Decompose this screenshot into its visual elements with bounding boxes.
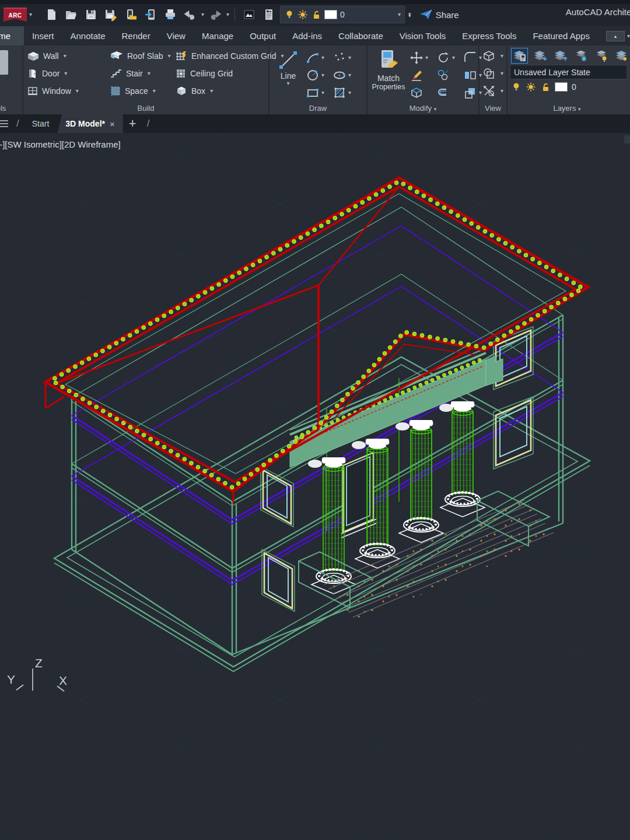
- view-cube-icon: [482, 49, 496, 63]
- hatch-button[interactable]: ▾: [332, 84, 351, 102]
- wall-button[interactable]: Wall▾: [27, 48, 79, 64]
- fillet-icon: [463, 51, 477, 65]
- circle-button[interactable]: ▾: [306, 66, 324, 84]
- tab-add-ins[interactable]: Add-ins: [284, 26, 330, 46]
- properties-palette-button[interactable]: [260, 6, 278, 23]
- zoom-extents-button[interactable]: ▾: [482, 83, 503, 99]
- stretch-icon: [463, 68, 477, 82]
- panel-caption-view: View: [480, 104, 506, 113]
- explode-button[interactable]: [410, 84, 428, 102]
- svg-text:Y: Y: [7, 673, 15, 686]
- file-tab-3d-model[interactable]: 3D Model* ×: [57, 114, 123, 133]
- layer-state-dropdown[interactable]: Unsaved Layer State: [510, 65, 626, 79]
- tab-insert[interactable]: Insert: [24, 26, 62, 46]
- previous-layer-button[interactable]: [552, 48, 569, 64]
- erase-button[interactable]: [410, 66, 428, 84]
- layer-properties-button[interactable]: [511, 48, 528, 64]
- rectangle-button[interactable]: ▾: [306, 84, 324, 102]
- app-menu-caret-icon[interactable]: ▾: [29, 12, 32, 18]
- canvas-grid: [0, 133, 630, 840]
- tab-collaborate[interactable]: Collaborate: [330, 26, 391, 46]
- tab-vision-tools[interactable]: Vision Tools: [391, 26, 454, 46]
- match-properties-button[interactable]: Match Properties: [370, 49, 407, 91]
- tab-separator-slash-2: /: [142, 114, 155, 133]
- ellipse-button[interactable]: ▾: [332, 66, 351, 84]
- tools-big-button-sliver[interactable]: [0, 50, 8, 75]
- undo-button[interactable]: [181, 6, 199, 23]
- save-button[interactable]: [82, 6, 100, 23]
- tab-view[interactable]: View: [159, 26, 194, 46]
- image-card-icon: [243, 8, 256, 21]
- panel-caption-layers: Layers ▾: [508, 104, 626, 113]
- roof-slab-icon: [110, 50, 124, 62]
- zoom-extents-caret-icon: ▾: [501, 88, 503, 94]
- current-layer-dropdown[interactable]: 0: [511, 82, 576, 92]
- point-button[interactable]: ▾: [332, 49, 351, 66]
- set-current-layer-button[interactable]: [531, 48, 548, 64]
- tab-express-tools[interactable]: Express Tools: [454, 26, 524, 46]
- space-icon: [110, 85, 121, 97]
- stair-button[interactable]: Stair▾: [110, 65, 171, 81]
- line-button[interactable]: Line ▾: [273, 49, 303, 86]
- tab-annotate[interactable]: Annotate: [62, 26, 113, 46]
- modify-panel-caret-icon: ▾: [434, 106, 437, 112]
- open-file-button[interactable]: [62, 6, 80, 23]
- file-tab-menu-button[interactable]: [0, 114, 12, 133]
- door-button[interactable]: Door▾: [27, 65, 79, 81]
- arc-button[interactable]: ▾: [306, 49, 324, 66]
- qat-layer-dropdown[interactable]: 0 ▾: [280, 6, 405, 23]
- window-button[interactable]: Window▾: [27, 83, 79, 99]
- enhanced-custom-grid-button[interactable]: Enhanced Custom Grid▾: [175, 48, 284, 64]
- tab-home[interactable]: Home: [0, 26, 24, 46]
- space-button[interactable]: Space▾: [110, 83, 171, 99]
- file-tab-start[interactable]: Start: [24, 114, 58, 133]
- customize-qat-chevron-icon[interactable]: ▾▾: [408, 12, 411, 18]
- toolbar-separator: [235, 8, 235, 22]
- point-icon: [332, 51, 346, 65]
- ceiling-grid-button[interactable]: Ceiling Grid: [175, 65, 284, 81]
- redo-button[interactable]: [206, 6, 224, 23]
- new-drawing-tab-button[interactable]: +: [123, 114, 142, 133]
- layer-match-button[interactable]: [613, 48, 626, 64]
- window-right-lower[interactable]: [494, 397, 533, 469]
- offset-button[interactable]: [436, 84, 455, 102]
- share-button[interactable]: Share: [419, 9, 459, 20]
- palette-card-icon: [262, 8, 275, 21]
- close-tab-icon[interactable]: ×: [110, 119, 115, 129]
- ribbon-collapse-caret-icon: ▾: [627, 33, 630, 39]
- roof-slab-caret-icon: ▾: [167, 53, 170, 59]
- tab-output[interactable]: Output: [242, 26, 284, 46]
- rotate-button[interactable]: ▾: [436, 49, 455, 66]
- copy-button[interactable]: [436, 66, 455, 84]
- new-file-button[interactable]: [43, 6, 60, 23]
- layer-previous-icon: [554, 50, 568, 62]
- box-button[interactable]: Box▾: [175, 83, 284, 99]
- tab-manage[interactable]: Manage: [194, 26, 242, 46]
- roof-slab-button[interactable]: Roof Slab▾: [110, 48, 171, 64]
- undo-caret-icon[interactable]: ▾: [201, 12, 204, 18]
- app-menu-arc-badge[interactable]: ARC: [4, 8, 27, 22]
- ellipse-icon: [332, 68, 346, 82]
- arc-icon: [306, 51, 320, 65]
- tab-render[interactable]: Render: [114, 26, 159, 46]
- ribbon-collapse-button[interactable]: ▴ ▾: [606, 26, 630, 46]
- save-as-button[interactable]: [102, 6, 120, 23]
- view-cube-button[interactable]: ▾: [482, 48, 503, 64]
- line-caret-icon: ▾: [286, 80, 289, 86]
- move-icon: [410, 51, 424, 65]
- freeze-layer-button[interactable]: [572, 48, 589, 64]
- plot-button[interactable]: [162, 6, 179, 23]
- open-from-mobile-button[interactable]: [122, 6, 139, 23]
- viewport-controls[interactable]: [-][SW Isometric][2D Wireframe]: [0, 139, 121, 149]
- layer-thaw-sun-icon: [298, 9, 308, 20]
- save-to-mobile-button[interactable]: [142, 6, 159, 23]
- move-button[interactable]: ▾: [410, 49, 428, 66]
- column-2: [367, 446, 388, 545]
- visual-style-button[interactable]: ▾: [482, 65, 503, 81]
- layer-off-button[interactable]: [593, 48, 610, 64]
- layer-walk-button[interactable]: [240, 6, 258, 23]
- drawing-canvas[interactable]: [-][SW Isometric][2D Wireframe]: [0, 133, 630, 840]
- redo-caret-icon[interactable]: ▾: [226, 12, 229, 18]
- visual-style-caret-icon: ▾: [501, 71, 503, 76]
- tab-featured-apps[interactable]: Featured Apps: [524, 26, 598, 46]
